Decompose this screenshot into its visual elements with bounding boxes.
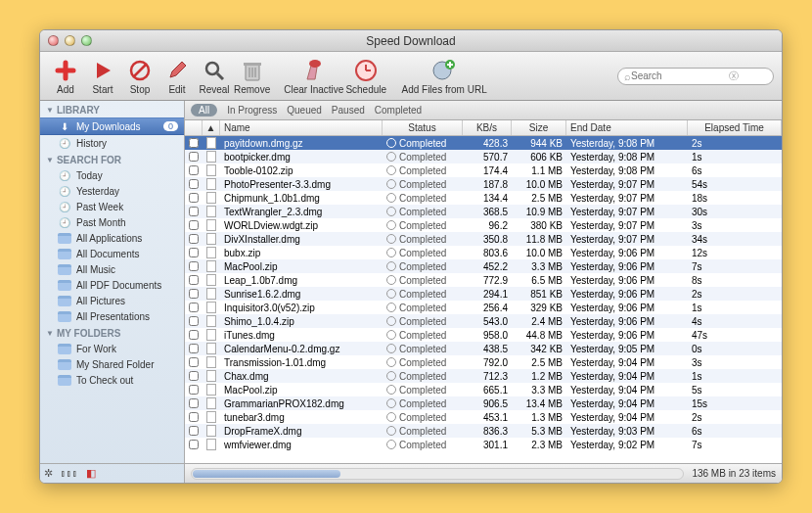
filter-all[interactable]: All <box>191 104 217 117</box>
row-checkbox[interactable] <box>189 412 199 422</box>
row-checkbox[interactable] <box>189 179 199 189</box>
remove-button[interactable]: Remove <box>234 57 270 95</box>
table-row[interactable]: bootpicker.dmg Completed 570.7 606 KB Ye… <box>185 150 782 163</box>
table-row[interactable]: Transmission-1.01.dmg Completed 792.0 2.… <box>185 355 782 369</box>
stats-icon[interactable]: ⫾⫾⫾ <box>61 467 78 480</box>
reveal-button[interactable]: Reveal <box>197 57 232 95</box>
search-input[interactable] <box>631 70 729 81</box>
column-kbs[interactable]: KB/s <box>463 120 512 135</box>
row-checkbox[interactable] <box>189 289 199 299</box>
row-checkbox[interactable] <box>189 193 199 203</box>
row-checkbox[interactable] <box>189 440 199 449</box>
table-row[interactable]: Chax.dmg Completed 712.3 1.2 MB Yesterda… <box>185 369 782 383</box>
cell-name: GrammarianPROX182.dmg <box>220 398 383 409</box>
row-checkbox[interactable] <box>189 165 199 175</box>
column-size[interactable]: Size <box>512 120 566 135</box>
table-row[interactable]: iTunes.dmg Completed 958.0 44.8 MB Yeste… <box>185 328 782 342</box>
filter-completed[interactable]: Completed <box>375 105 422 116</box>
table-row[interactable]: Shimo_1.0.4.zip Completed 543.0 2.4 MB Y… <box>185 314 782 328</box>
sidebar-item-search[interactable]: All Pictures <box>40 293 184 308</box>
table-row[interactable]: Leap_1.0b7.dmg Completed 772.9 6.5 MB Ye… <box>185 273 782 287</box>
sidebar-item-search[interactable]: All PDF Documents <box>40 277 184 293</box>
table-row[interactable]: payitdown.dmg.gz Completed 428.3 944 KB … <box>185 136 782 150</box>
add-button[interactable]: Add <box>48 57 83 95</box>
sidebar-item-search[interactable]: All Presentations <box>40 308 184 324</box>
row-checkbox[interactable] <box>189 357 199 367</box>
row-checkbox[interactable] <box>189 138 199 148</box>
table-row[interactable]: DivXInstaller.dmg Completed 350.8 11.8 M… <box>185 232 782 246</box>
column-name[interactable]: Name <box>220 120 383 135</box>
filter-paused[interactable]: Paused <box>332 105 365 116</box>
table-row[interactable]: Sunrise1.6.2.dmg Completed 294.1 851 KB … <box>185 287 782 301</box>
row-checkbox[interactable] <box>189 426 199 436</box>
gear-icon[interactable]: ✲ <box>44 467 53 480</box>
row-checkbox[interactable] <box>189 385 199 395</box>
edit-button[interactable]: Edit <box>159 57 195 95</box>
column-date[interactable]: End Date <box>566 120 688 135</box>
cell-date: Yesterday, 9:04 PM <box>566 412 688 423</box>
sidebar-item-mydownloads[interactable]: ⬇My Downloads0 <box>40 117 184 135</box>
row-checkbox[interactable] <box>189 275 199 285</box>
cell-status: Completed <box>383 179 463 190</box>
sidebar-item-search[interactable]: 🕘Today <box>40 167 184 183</box>
sidebar-item-search[interactable]: All Applications <box>40 230 184 246</box>
download-list[interactable]: payitdown.dmg.gz Completed 428.3 944 KB … <box>185 136 782 463</box>
table-row[interactable]: DropFrameX.dmg Completed 836.3 5.3 MB Ye… <box>185 424 782 438</box>
table-row[interactable]: PhotoPresenter-3.3.dmg Completed 187.8 1… <box>185 177 782 191</box>
table-row[interactable]: Chipmunk_1.0b1.dmg Completed 134.4 2.5 M… <box>185 191 782 205</box>
table-row[interactable]: Inquisitor3.0(v52).zip Completed 256.4 3… <box>185 301 782 314</box>
row-checkbox[interactable] <box>189 344 199 353</box>
table-row[interactable]: wmfviewer.dmg Completed 301.1 2.3 MB Yes… <box>185 438 782 451</box>
row-checkbox[interactable] <box>189 371 199 381</box>
cell-kbs: 174.4 <box>463 165 512 176</box>
sidebar-item-search[interactable]: 🕘Yesterday <box>40 183 184 199</box>
column-checkbox[interactable] <box>185 120 203 135</box>
row-checkbox[interactable] <box>189 207 199 216</box>
cell-elapsed: 2s <box>688 138 782 149</box>
search-field[interactable]: ⌕ ⓧ <box>617 68 774 85</box>
table-row[interactable]: MacPool.zip Completed 452.2 3.3 MB Yeste… <box>185 259 782 273</box>
row-checkbox[interactable] <box>189 398 199 408</box>
table-row[interactable]: Tooble-0102.zip Completed 174.4 1.1 MB Y… <box>185 163 782 177</box>
row-checkbox[interactable] <box>189 234 199 244</box>
status-icon <box>386 234 396 244</box>
sidebar-item-folder[interactable]: To Check out <box>40 372 184 388</box>
column-sort[interactable]: ▲ <box>203 120 220 135</box>
table-row[interactable]: MacPool.zip Completed 665.1 3.3 MB Yeste… <box>185 383 782 396</box>
stop-button[interactable]: Stop <box>122 57 158 95</box>
filter-queued[interactable]: Queued <box>287 105 322 116</box>
sidebar-item-folder[interactable]: My Shared Folder <box>40 356 184 372</box>
sidebar-item-history[interactable]: 🕘History <box>40 135 184 151</box>
schedule-button[interactable]: Schedule <box>345 57 386 95</box>
sidebar-item-search[interactable]: All Documents <box>40 246 184 261</box>
filter-inprogress[interactable]: In Progress <box>227 105 277 116</box>
row-checkbox[interactable] <box>189 152 199 162</box>
table-row[interactable]: bubx.zip Completed 803.6 10.0 MB Yesterd… <box>185 246 782 259</box>
column-status[interactable]: Status <box>383 120 463 135</box>
row-checkbox[interactable] <box>189 261 199 271</box>
file-icon <box>203 260 220 272</box>
start-button[interactable]: Start <box>85 57 120 95</box>
sidebar-item-search[interactable]: All Music <box>40 261 184 277</box>
table-row[interactable]: CalendarMenu-0.2.dmg.gz Completed 438.5 … <box>185 342 782 355</box>
action-icon[interactable]: ◧ <box>86 467 96 480</box>
clear-inactive-button[interactable]: Clear Inactive <box>284 57 343 95</box>
table-row[interactable]: TextWrangler_2.3.dmg Completed 368.5 10.… <box>185 205 782 218</box>
cell-status: Completed <box>383 385 463 396</box>
row-checkbox[interactable] <box>189 316 199 326</box>
file-icon <box>203 151 220 163</box>
table-row[interactable]: GrammarianPROX182.dmg Completed 906.5 13… <box>185 396 782 410</box>
row-checkbox[interactable] <box>189 220 199 230</box>
clear-search-icon[interactable]: ⓧ <box>729 70 739 83</box>
sidebar-item-folder[interactable]: For Work <box>40 341 184 356</box>
row-checkbox[interactable] <box>189 248 199 257</box>
table-row[interactable]: WORLDview.wdgt.zip Completed 96.2 380 KB… <box>185 218 782 232</box>
column-elapsed[interactable]: Elapsed Time <box>688 120 782 135</box>
table-row[interactable]: tunebar3.dmg Completed 453.1 1.3 MB Yest… <box>185 410 782 424</box>
horizontal-scrollbar[interactable] <box>191 468 684 480</box>
row-checkbox[interactable] <box>189 303 199 312</box>
sidebar-item-search[interactable]: 🕘Past Week <box>40 199 184 214</box>
sidebar-item-search[interactable]: 🕘Past Month <box>40 214 184 230</box>
add-from-url-button[interactable]: Add Files from URL <box>400 57 488 95</box>
row-checkbox[interactable] <box>189 330 199 340</box>
